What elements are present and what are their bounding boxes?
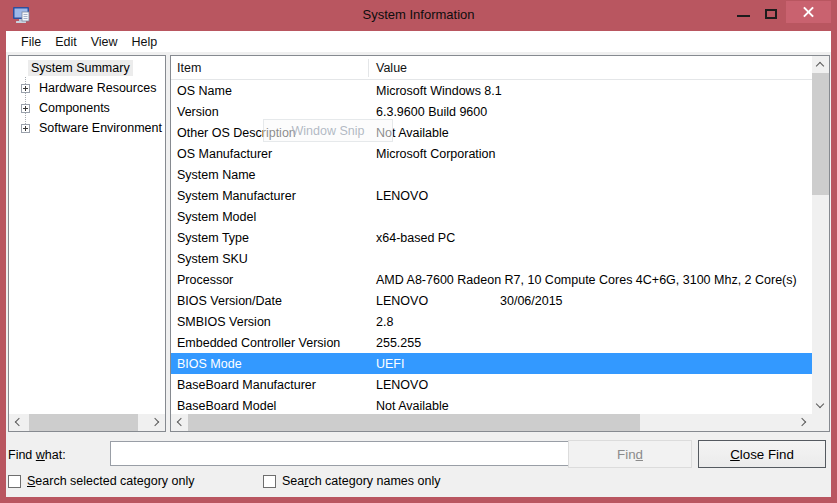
table-row[interactable]: Processor AMD A8-7600 Radeon R7, 10 Comp… <box>171 269 812 290</box>
list-header: Item Value <box>171 56 812 80</box>
row-item-label: BIOS Mode <box>171 357 369 371</box>
close-button[interactable] <box>786 1 831 23</box>
list-horizontal-scrollbar[interactable] <box>171 414 812 431</box>
scroll-down-icon[interactable] <box>812 397 829 414</box>
checkbox-label: Search selected category only <box>27 474 194 488</box>
title-bar: System Information <box>0 0 837 31</box>
row-item-label: BaseBoard Model <box>171 399 369 413</box>
checkbox-icon[interactable] <box>8 475 21 488</box>
details-list: Item Value OS Name Microsoft Windows 8.1… <box>170 55 830 432</box>
tree-item[interactable]: Components <box>9 98 165 118</box>
table-row[interactable]: System Name <box>171 164 812 185</box>
table-row[interactable]: BaseBoard Manufacturer LENOVO <box>171 374 812 395</box>
tree-expand-icon[interactable] <box>21 84 30 93</box>
find-what-label: Find what: <box>8 448 66 462</box>
row-item-label: Version <box>171 105 369 119</box>
table-row[interactable]: Other OS Description Not Available <box>171 122 812 143</box>
table-row[interactable]: SMBIOS Version 2.8 <box>171 311 812 332</box>
search-options-row: Search selected category only Search cat… <box>6 474 831 492</box>
search-option-checkbox[interactable]: Search category names only <box>263 474 440 488</box>
menu-item[interactable]: File <box>14 33 48 51</box>
row-value: Microsoft Corporation <box>369 147 812 161</box>
row-value: 2.8 <box>369 315 812 329</box>
category-tree: System Summary Hardware Resources Compon… <box>8 55 166 432</box>
tree-item[interactable]: System Summary <box>9 58 165 78</box>
checkbox-icon[interactable] <box>263 475 276 488</box>
table-row[interactable]: BaseBoard Model Not Available <box>171 395 812 414</box>
checkbox-label: Search category names only <box>282 474 440 488</box>
scroll-left-icon[interactable] <box>171 414 188 431</box>
find-button[interactable]: Find <box>568 440 692 468</box>
column-header-item[interactable]: Item <box>171 59 369 77</box>
table-row[interactable]: Version 6.3.9600 Build 9600 <box>171 101 812 122</box>
menu-item[interactable]: Edit <box>48 33 84 51</box>
row-item-label: System SKU <box>171 252 369 266</box>
row-item-label: System Name <box>171 168 369 182</box>
row-item-label: System Model <box>171 210 369 224</box>
row-value: Not Available <box>369 399 812 413</box>
row-value: Not Available <box>369 126 812 140</box>
menu-item[interactable]: View <box>84 33 125 51</box>
find-input[interactable] <box>110 441 571 466</box>
row-item-label: OS Manufacturer <box>171 147 369 161</box>
column-header-value[interactable]: Value <box>369 61 407 75</box>
table-row[interactable]: System Manufacturer LENOVO <box>171 185 812 206</box>
row-value: x64-based PC <box>369 231 812 245</box>
row-item-label: System Manufacturer <box>171 189 369 203</box>
row-value: LENOVO <box>369 189 812 203</box>
row-item-label: Processor <box>171 273 369 287</box>
table-row[interactable]: System Type x64-based PC <box>171 227 812 248</box>
tree-item-label: Components <box>36 100 113 116</box>
tree-hscroll-thumb[interactable] <box>29 414 138 431</box>
tree-expand-icon[interactable] <box>21 124 30 133</box>
scrollbar-corner <box>812 414 829 431</box>
maximize-button[interactable] <box>763 6 779 22</box>
tree-item[interactable]: Hardware Resources <box>9 78 165 98</box>
menu-item[interactable]: Help <box>125 33 165 51</box>
search-option-checkbox[interactable]: Search selected category only <box>8 474 194 488</box>
row-value: UEFI <box>369 357 812 371</box>
row-item-label: OS Name <box>171 84 369 98</box>
tree-expand-icon[interactable] <box>21 104 30 113</box>
minimize-button[interactable] <box>736 6 752 22</box>
scroll-right-icon[interactable] <box>795 414 812 431</box>
row-item-label: BaseBoard Manufacturer <box>171 378 369 392</box>
row-item-label: System Type <box>171 231 369 245</box>
row-value: 255.255 <box>369 336 812 350</box>
tree-item-label: System Summary <box>28 60 133 76</box>
system-information-window: System Information File Edit View Help <box>0 0 837 503</box>
table-row[interactable]: OS Name Microsoft Windows 8.1 <box>171 80 812 101</box>
row-item-label: Embedded Controller Version <box>171 336 369 350</box>
row-item-label: SMBIOS Version <box>171 315 369 329</box>
table-row[interactable]: OS Manufacturer Microsoft Corporation <box>171 143 812 164</box>
list-rows: OS Name Microsoft Windows 8.1 Version 6.… <box>171 80 812 414</box>
tree-item-label: Hardware Resources <box>36 80 159 96</box>
find-bar: Find what: Find Close Find <box>6 436 831 472</box>
row-value: LENOVO30/06/2015 <box>369 294 812 308</box>
scroll-right-icon[interactable] <box>148 414 165 431</box>
table-row[interactable]: BIOS Version/Date LENOVO30/06/2015 <box>171 290 812 311</box>
row-item-label: BIOS Version/Date <box>171 294 369 308</box>
tree-item[interactable]: Software Environment <box>9 118 165 138</box>
close-find-button[interactable]: Close Find <box>698 440 826 468</box>
row-value: 6.3.9600 Build 9600 <box>369 105 812 119</box>
tree-horizontal-scrollbar[interactable] <box>9 414 165 431</box>
row-value: LENOVO <box>369 378 812 392</box>
list-hscroll-thumb[interactable] <box>188 414 640 431</box>
menu-bar: File Edit View Help <box>6 31 831 52</box>
window-title: System Information <box>0 7 837 22</box>
table-row[interactable]: System Model <box>171 206 812 227</box>
row-value: AMD A8-7600 Radeon R7, 10 Compute Cores … <box>369 273 812 287</box>
list-vscroll-thumb[interactable] <box>812 73 829 195</box>
client-area: File Edit View Help System Summary <box>6 31 831 497</box>
table-row[interactable]: BIOS Mode UEFI <box>171 353 812 374</box>
tree-item-label: Software Environment <box>36 120 165 136</box>
table-row[interactable]: System SKU <box>171 248 812 269</box>
list-vertical-scrollbar[interactable] <box>812 56 829 414</box>
scroll-left-icon[interactable] <box>9 414 26 431</box>
row-value: Microsoft Windows 8.1 <box>369 84 812 98</box>
table-row[interactable]: Embedded Controller Version 255.255 <box>171 332 812 353</box>
row-item-label: Other OS Description <box>171 126 369 140</box>
